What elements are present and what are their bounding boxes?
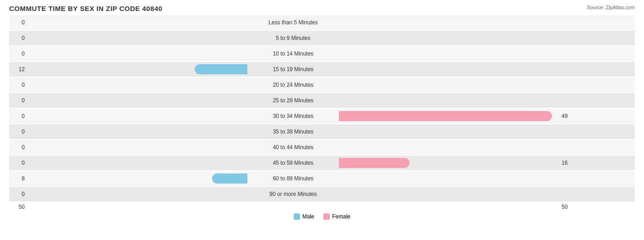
right-value: 49: [559, 113, 582, 119]
left-value: 0: [9, 128, 27, 135]
row-label: 30 to 34 Minutes: [247, 113, 339, 119]
left-bar-container: [27, 95, 247, 106]
bar-row: 0 35 to 39 Minutes: [9, 124, 635, 139]
right-value: 16: [559, 160, 582, 166]
bar-row: 0 5 to 9 Minutes: [9, 31, 635, 45]
row-label: 40 to 44 Minutes: [247, 144, 339, 151]
left-value: 0: [9, 113, 27, 119]
female-bar: [339, 111, 552, 121]
row-label: 20 to 24 Minutes: [247, 82, 339, 88]
right-bar-container: [339, 64, 559, 74]
left-bar-container: [27, 80, 247, 90]
right-bar-container: [339, 173, 559, 184]
bar-row: 12 15 to 19 Minutes: [9, 62, 635, 77]
left-value: 0: [9, 50, 27, 57]
row-label: 45 to 59 Minutes: [247, 160, 339, 166]
right-bar-container: [339, 33, 559, 43]
right-bar-container: [339, 189, 559, 199]
bar-row: 0 90 or more Minutes: [9, 187, 635, 201]
legend-male-box: [294, 213, 300, 220]
left-bar-container: [27, 189, 247, 199]
left-bar-container: [27, 158, 247, 168]
axis-row: 50 50: [9, 202, 635, 212]
male-bar: [195, 64, 247, 74]
row-label: Less than 5 Minutes: [247, 19, 339, 26]
right-bar-container: [339, 127, 559, 137]
bar-row: 8 60 to 89 Minutes: [9, 171, 635, 186]
left-value: 0: [9, 97, 27, 104]
left-value: 0: [9, 19, 27, 26]
source-text: Source: ZipAtlas.com: [587, 5, 635, 10]
left-bar-container: [27, 111, 247, 121]
bar-row: 0 40 to 44 Minutes: [9, 140, 635, 155]
right-bar-container: [339, 158, 559, 168]
right-bar-container: [339, 95, 559, 106]
left-value: 0: [9, 144, 27, 151]
male-bar: [212, 173, 247, 184]
left-bar-container: [27, 49, 247, 59]
left-bar-container: [27, 127, 247, 137]
right-bar-container: [339, 17, 559, 28]
left-value: 0: [9, 160, 27, 166]
legend-female: Female: [323, 213, 350, 220]
legend-male-label: Male: [302, 213, 314, 220]
row-label: 35 to 39 Minutes: [247, 128, 339, 135]
bar-row: 0 Less than 5 Minutes: [9, 15, 635, 30]
row-label: 90 or more Minutes: [247, 191, 339, 197]
bar-row: 0 10 to 14 Minutes: [9, 46, 635, 61]
legend-male: Male: [294, 213, 314, 220]
left-bar-container: [27, 173, 247, 184]
bar-row: 0 45 to 59 Minutes 16: [9, 156, 635, 170]
female-bar: [339, 158, 409, 168]
left-bar-container: [27, 64, 247, 74]
row-label: 60 to 89 Minutes: [247, 175, 339, 182]
legend-female-label: Female: [332, 213, 350, 220]
row-label: 15 to 19 Minutes: [247, 66, 339, 73]
row-label: 25 to 29 Minutes: [247, 97, 339, 104]
row-label: 5 to 9 Minutes: [247, 35, 339, 41]
right-bar-container: [339, 49, 559, 59]
bar-row: 0 20 to 24 Minutes: [9, 78, 635, 92]
row-label: 10 to 14 Minutes: [247, 50, 339, 57]
left-value: 0: [9, 82, 27, 88]
axis-right-label: 50: [559, 204, 582, 210]
left-value: 0: [9, 191, 27, 197]
legend-female-box: [323, 213, 330, 220]
left-bar-container: [27, 17, 247, 28]
bars-area: 0 Less than 5 Minutes 0 5 to 9 Minutes 0: [9, 15, 635, 201]
left-bar-container: [27, 142, 247, 152]
axis-left-label: 50: [9, 204, 27, 210]
left-value: 8: [9, 175, 27, 182]
left-bar-container: [27, 33, 247, 43]
right-bar-container: [339, 111, 559, 121]
left-value: 12: [9, 66, 27, 73]
chart-title: COMMUTE TIME BY SEX IN ZIP CODE 40840: [9, 5, 635, 12]
right-bar-container: [339, 80, 559, 90]
bar-row: 0 30 to 34 Minutes 49: [9, 109, 635, 123]
left-value: 0: [9, 35, 27, 41]
right-bar-container: [339, 142, 559, 152]
legend: Male Female: [9, 213, 635, 220]
bar-row: 0 25 to 29 Minutes: [9, 93, 635, 108]
chart-container: COMMUTE TIME BY SEX IN ZIP CODE 40840 So…: [0, 0, 644, 240]
